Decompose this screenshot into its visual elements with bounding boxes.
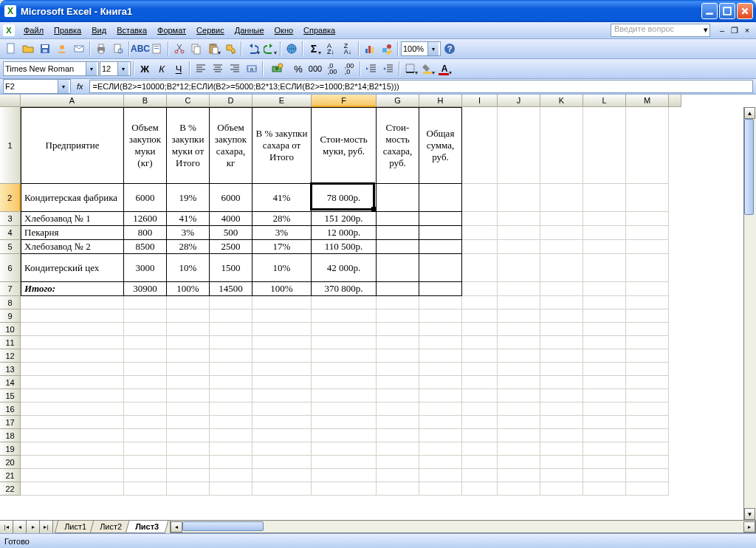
cell[interactable] — [377, 226, 419, 240]
tab-nav-prev[interactable]: ◂ — [13, 521, 27, 533]
cell[interactable] — [312, 296, 377, 309]
cell[interactable]: Стои-мость сахара, руб. — [377, 107, 419, 184]
cell[interactable] — [419, 349, 462, 363]
cell[interactable] — [377, 240, 419, 254]
cell[interactable] — [252, 429, 312, 442]
cell[interactable] — [377, 416, 419, 429]
cell[interactable] — [167, 389, 210, 403]
row-header[interactable]: 10 — [0, 323, 21, 336]
cell[interactable] — [21, 389, 124, 403]
cell[interactable] — [210, 429, 252, 442]
cell[interactable] — [252, 296, 312, 309]
menu-format[interactable]: Формат — [153, 24, 190, 36]
cell[interactable] — [583, 376, 626, 389]
cell[interactable] — [124, 309, 167, 323]
cell[interactable]: 6000 — [210, 184, 252, 212]
cell[interactable]: Общая сумма, руб. — [419, 107, 462, 184]
cell[interactable]: Объем закупок сахара, кг — [210, 107, 252, 184]
cell[interactable] — [21, 376, 124, 389]
cell[interactable] — [312, 376, 377, 389]
cell[interactable] — [540, 240, 583, 254]
cell[interactable] — [540, 376, 583, 389]
cell[interactable] — [419, 456, 462, 469]
cell[interactable] — [252, 456, 312, 469]
cell[interactable] — [626, 296, 669, 309]
cell[interactable] — [167, 456, 210, 469]
cell[interactable] — [167, 416, 210, 429]
cell[interactable] — [377, 429, 419, 442]
save-icon[interactable] — [37, 41, 53, 57]
borders-icon[interactable] — [402, 61, 419, 77]
drawing-toolbar-icon[interactable] — [379, 41, 395, 57]
cell[interactable] — [210, 349, 252, 363]
cell[interactable]: 1500 — [210, 254, 252, 282]
cell[interactable] — [252, 389, 312, 403]
cell[interactable] — [124, 403, 167, 416]
chart-wizard-icon[interactable] — [362, 41, 378, 57]
cell[interactable] — [21, 403, 124, 416]
currency-icon[interactable] — [266, 61, 289, 77]
cell[interactable] — [252, 376, 312, 389]
cell[interactable] — [626, 416, 669, 429]
help-icon[interactable]: ? — [441, 41, 458, 57]
cell[interactable] — [210, 442, 252, 456]
cell[interactable] — [377, 376, 419, 389]
formula-input[interactable]: =ЕСЛИ(B2>=10000;B2*12;ЕСЛИ(B2>=5000;B2*1… — [89, 80, 753, 93]
cell[interactable] — [540, 323, 583, 336]
cell[interactable] — [462, 416, 498, 429]
cell[interactable] — [540, 107, 583, 184]
cell[interactable] — [540, 442, 583, 456]
scroll-down-button[interactable]: ▼ — [744, 508, 755, 520]
cell[interactable] — [583, 296, 626, 309]
cell[interactable] — [626, 376, 669, 389]
cell[interactable] — [498, 107, 540, 184]
cell[interactable] — [21, 482, 124, 496]
cell[interactable] — [583, 212, 626, 226]
cell[interactable] — [462, 336, 498, 349]
cell[interactable] — [419, 323, 462, 336]
cell[interactable] — [419, 429, 462, 442]
cell[interactable] — [462, 349, 498, 363]
cell[interactable] — [419, 389, 462, 403]
cell[interactable] — [626, 336, 669, 349]
cell[interactable] — [377, 336, 419, 349]
cell[interactable] — [210, 336, 252, 349]
cell[interactable] — [419, 254, 462, 282]
cell[interactable] — [419, 240, 462, 254]
row-header[interactable]: 13 — [0, 363, 21, 376]
scroll-left-button[interactable]: ◂ — [171, 521, 182, 532]
cell[interactable] — [124, 442, 167, 456]
font-color-icon[interactable]: A — [436, 61, 453, 77]
cell[interactable]: 3% — [252, 226, 312, 240]
paste-icon[interactable] — [205, 41, 221, 57]
row-header[interactable]: 18 — [0, 429, 21, 442]
cell[interactable] — [210, 376, 252, 389]
cell[interactable] — [626, 282, 669, 296]
cell[interactable] — [540, 403, 583, 416]
cell[interactable] — [167, 469, 210, 482]
cell[interactable] — [498, 254, 540, 282]
cell[interactable] — [21, 429, 124, 442]
new-icon[interactable] — [3, 41, 19, 57]
hyperlink-icon[interactable] — [284, 41, 300, 57]
cell[interactable] — [626, 442, 669, 456]
align-left-icon[interactable] — [193, 61, 209, 77]
cell[interactable]: 14500 — [210, 282, 252, 296]
cell[interactable] — [210, 389, 252, 403]
cell[interactable] — [498, 336, 540, 349]
cell[interactable] — [583, 416, 626, 429]
cell[interactable] — [540, 416, 583, 429]
cell[interactable]: 4000 — [210, 212, 252, 226]
sort-desc-icon[interactable]: ZA↓ — [340, 41, 356, 57]
cell[interactable] — [167, 376, 210, 389]
column-header-C[interactable]: C — [167, 95, 210, 107]
cell[interactable] — [312, 429, 377, 442]
cell[interactable] — [583, 226, 626, 240]
cell[interactable] — [498, 212, 540, 226]
cell[interactable] — [252, 349, 312, 363]
column-header-E[interactable]: E — [252, 95, 312, 107]
cell[interactable] — [419, 226, 462, 240]
cell[interactable] — [210, 456, 252, 469]
cell[interactable] — [583, 442, 626, 456]
scroll-right-button[interactable]: ▸ — [743, 521, 755, 532]
